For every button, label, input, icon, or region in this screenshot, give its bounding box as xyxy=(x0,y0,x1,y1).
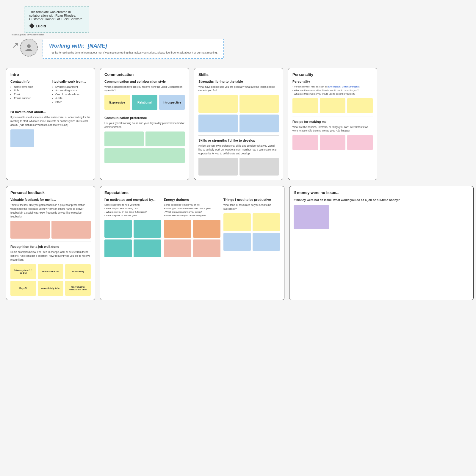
recognition-title: Recognition for a job well-done xyxy=(10,245,91,248)
recipe-title: Recipe for making me xyxy=(292,120,373,123)
personal-feedback-card: Personal feedback Valuable feedback for … xyxy=(6,186,95,300)
work-item: My home/apartment xyxy=(55,85,91,89)
drainers-section: Energy drainers Some questions to help y… xyxy=(164,198,220,257)
develop-text: Reflect on your own professional skills … xyxy=(198,144,279,155)
comm-style-grid: Expressive Relational Introspective xyxy=(104,95,185,110)
strength-sticky3 xyxy=(198,115,238,132)
contact-item: Name @mention xyxy=(14,85,49,89)
personality-title: Personality xyxy=(292,72,373,77)
drainers-title: Energy drainers xyxy=(164,198,220,201)
productive-sticky2 xyxy=(253,213,280,231)
communication-title: Communication xyxy=(104,72,185,77)
comm-style-text: Which collaboration style did you receiv… xyxy=(104,85,185,93)
bottom-grid: Personal feedback Valuable feedback for … xyxy=(6,186,470,300)
work-item: A co-working space xyxy=(55,89,91,93)
productive-stickies xyxy=(223,213,280,251)
lucid-icon xyxy=(29,23,35,29)
develop-sticky1 xyxy=(198,158,238,176)
relational-sticky: Relational xyxy=(132,95,157,110)
develop-stickies xyxy=(198,158,279,176)
skills-title: Skills xyxy=(198,72,279,77)
work-from-list: My home/apartment A co-working space One… xyxy=(55,85,91,104)
work-item: One of Lucid's offices xyxy=(55,93,91,96)
comm-pref-sticky1 xyxy=(104,131,144,146)
intro-sticky-area xyxy=(10,129,91,147)
drainer-sticky2 xyxy=(193,220,220,238)
work-from-title: I typically work from... xyxy=(52,80,91,83)
working-with-name: [NAME] xyxy=(88,43,107,49)
money-sticky xyxy=(294,205,329,229)
motivated-section: I'm motivated and energized by... Some q… xyxy=(104,198,161,257)
intro-divider xyxy=(10,107,91,107)
working-with-label: Working with: xyxy=(49,43,84,49)
comm-style-title: Communication and collaboration style xyxy=(104,80,185,83)
contact-title: Contact Info xyxy=(10,80,49,83)
comm-divider xyxy=(104,113,185,113)
productive-section: Things I need to be productive What tool… xyxy=(223,198,280,257)
intro-card: Intro Contact Info Name @mention Role Em… xyxy=(6,68,95,180)
money-title: If money were no issue... xyxy=(294,190,469,195)
personality-text: • Personality test results (such as Enne… xyxy=(292,85,373,96)
drainers-stickies xyxy=(164,220,220,257)
productive-sticky3 xyxy=(223,233,251,251)
money-sticky-area xyxy=(294,205,469,229)
avatar[interactable]: Insert a photo of yourself here! xyxy=(20,39,38,57)
motivated-stickies xyxy=(104,220,161,257)
recognition-sticky1: Privately in a 1:1 or DM xyxy=(10,264,36,279)
valuable-feedback-text: Think of the last time you got feedback … xyxy=(10,203,91,218)
comm-pref-sticky3 xyxy=(104,148,185,163)
comm-pref-sticky2 xyxy=(145,131,185,146)
introspective-label: Introspective xyxy=(163,101,181,104)
arrow-icon: ↗ xyxy=(12,41,19,49)
chat-text: If you want to meet someone at the water… xyxy=(10,115,91,127)
personality-sticky2 xyxy=(320,98,345,113)
intro-sticky xyxy=(10,129,34,147)
motivated-sticky4 xyxy=(134,239,161,257)
chat-title: I'd love to chat about... xyxy=(10,110,91,114)
personality-divider xyxy=(292,117,373,117)
recognition-sticky5: Immediately After xyxy=(38,281,63,296)
money-issue-card: If money were no issue... If money were … xyxy=(289,186,474,300)
work-item: A cafe xyxy=(55,96,91,100)
template-info-text: This template was created in collaborati… xyxy=(29,10,84,21)
recipe-sticky3 xyxy=(347,135,373,150)
contact-info-section: Contact Info Name @mention Role Email Ph… xyxy=(10,80,49,104)
working-with-heading: Working with: [NAME] xyxy=(49,43,217,49)
recipe-sticky2 xyxy=(320,135,345,150)
strength-sticky2 xyxy=(239,95,279,113)
recognition-text: Some examples below. Feel free to change… xyxy=(10,250,91,262)
main-grid: Intro Contact Info Name @mention Role Em… xyxy=(6,68,470,180)
intro-two-col: Contact Info Name @mention Role Email Ph… xyxy=(10,80,91,104)
introspective-sticky: Introspective xyxy=(159,95,185,110)
feedback-sticky2 xyxy=(51,221,91,239)
comm-pref-text: List your typical working hours and your… xyxy=(104,121,185,129)
contact-item: Phone number xyxy=(14,96,49,100)
recipe-sticky1 xyxy=(292,135,318,150)
motivated-title: I'm motivated and energized by... xyxy=(104,198,161,201)
comm-extra-sticky xyxy=(104,148,185,163)
expressive-label: Expressive xyxy=(109,101,125,104)
feedback-sticky1 xyxy=(10,221,50,239)
contact-item: Email xyxy=(14,93,49,96)
work-item: Other xyxy=(55,100,91,104)
expectations-inner: I'm motivated and energized by... Some q… xyxy=(104,198,280,257)
develop-title: Skills or strengths I'd like to develop xyxy=(198,139,279,142)
working-with-card: Working with: [NAME] Thanks for taking t… xyxy=(43,39,224,59)
communication-card: Communication Communication and collabor… xyxy=(100,68,189,180)
expectations-card: Expectations I'm motivated and energized… xyxy=(100,186,284,300)
drainers-text: Some questions to help you think: • What… xyxy=(164,203,220,217)
recognition-grid: Privately in a 1:1 or DM Team shout out … xyxy=(10,264,91,296)
personality-section-title: Personality xyxy=(292,80,373,83)
skills-card: Skills Strengths I bring to the table Wh… xyxy=(194,68,283,180)
working-with-subtext: Thanks for taking the time to learn abou… xyxy=(49,51,217,55)
insert-photo-label: Insert a photo of yourself here! xyxy=(12,33,44,36)
template-info-box: This template was created in collaborati… xyxy=(24,6,89,33)
relational-label: Relational xyxy=(137,101,152,104)
page-wrapper: This template was created in collaborati… xyxy=(6,6,470,300)
recipe-text: What are the hobbies, interests, or thin… xyxy=(292,125,373,133)
strength-sticky4 xyxy=(239,115,279,132)
feedback-card-title: Personal feedback xyxy=(10,190,91,195)
recognition-sticky3: With candy xyxy=(65,264,91,279)
strength-sticky1 xyxy=(198,95,238,113)
productive-text: What tools or resources do you need to b… xyxy=(223,203,280,211)
